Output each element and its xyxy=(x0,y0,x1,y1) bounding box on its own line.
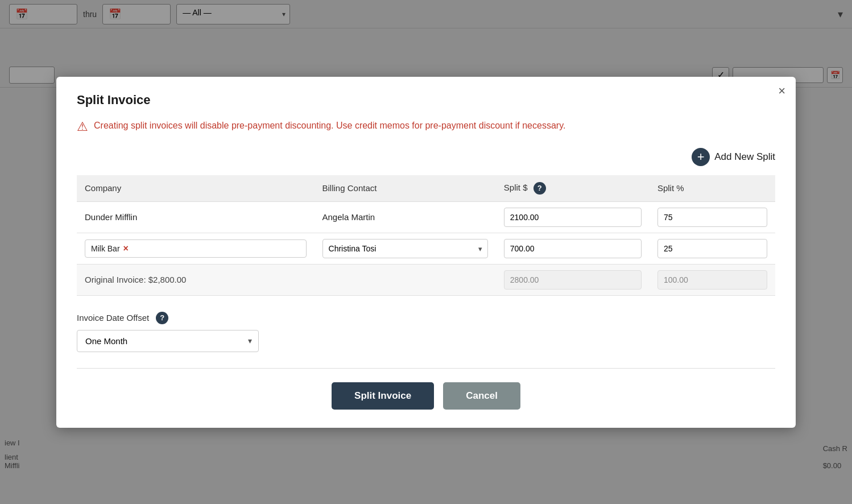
split-pct-cell-dunder xyxy=(650,201,775,233)
modal-close-button[interactable]: × xyxy=(778,85,785,97)
split-dollar-input-dunder[interactable] xyxy=(504,208,642,227)
total-label-cell: Original Invoice: $2,800.00 xyxy=(77,264,496,295)
date-offset-label-text: Invoice Date Offset xyxy=(77,313,149,323)
add-split-plus-icon: + xyxy=(692,148,710,166)
modal-overlay: × Split Invoice ⚠ Creating split invoice… xyxy=(0,0,852,504)
split-invoice-button[interactable]: Split Invoice xyxy=(332,382,434,410)
company-tag-remove-milkbar[interactable]: × xyxy=(123,243,129,254)
total-split-dollar-cell xyxy=(496,264,650,295)
warning-icon: ⚠ xyxy=(77,119,88,134)
company-cell-dunder: Dunder Mifflin xyxy=(77,201,315,233)
total-split-dollar-input xyxy=(504,270,642,290)
company-tag-text-milkbar: Milk Bar xyxy=(91,244,120,253)
split-pct-cell-milkbar xyxy=(650,233,775,264)
company-cell-milkbar: Milk Bar × xyxy=(77,233,315,264)
date-offset-select[interactable]: None One Week Two Weeks One Month Two Mo… xyxy=(77,330,259,352)
table-header: Company Billing Contact Split $ ? Split … xyxy=(77,175,775,202)
billing-cell-dunder: Angela Martin xyxy=(315,201,496,233)
total-split-pct-cell xyxy=(650,264,775,295)
col-header-company: Company xyxy=(77,175,315,202)
company-name-dunder: Dunder Mifflin xyxy=(85,212,137,222)
split-invoice-modal: × Split Invoice ⚠ Creating split invoice… xyxy=(56,77,796,428)
table-body: Dunder Mifflin Angela Martin xyxy=(77,201,775,295)
split-dollar-input-milkbar[interactable] xyxy=(504,239,642,258)
warning-text: Creating split invoices will disable pre… xyxy=(94,119,565,133)
split-table: Company Billing Contact Split $ ? Split … xyxy=(77,175,775,296)
split-dollar-help-icon[interactable]: ? xyxy=(533,182,546,195)
date-offset-section: Invoice Date Offset ? None One Week Two … xyxy=(77,312,775,352)
modal-divider xyxy=(77,368,775,369)
table-row: Dunder Mifflin Angela Martin xyxy=(77,201,775,233)
split-dollar-label: Split $ xyxy=(504,182,528,192)
billing-contact-dunder: Angela Martin xyxy=(322,212,375,222)
company-tag-milkbar: Milk Bar × xyxy=(85,239,307,258)
col-header-split-pct: Split % xyxy=(650,175,775,202)
date-offset-help-icon[interactable]: ? xyxy=(156,312,168,324)
split-dollar-cell-dunder xyxy=(496,201,650,233)
total-split-pct-input xyxy=(657,270,767,290)
warning-box: ⚠ Creating split invoices will disable p… xyxy=(77,119,775,134)
table-row: Milk Bar × Christina Tosi xyxy=(77,233,775,264)
cancel-button[interactable]: Cancel xyxy=(443,382,520,410)
col-header-split-dollar: Split $ ? xyxy=(496,175,650,202)
col-header-billing: Billing Contact xyxy=(315,175,496,202)
billing-select-wrapper-milkbar: Christina Tosi xyxy=(322,239,488,258)
billing-cell-milkbar: Christina Tosi xyxy=(315,233,496,264)
billing-contact-select-milkbar[interactable]: Christina Tosi xyxy=(322,239,488,258)
split-pct-input-milkbar[interactable] xyxy=(657,239,767,258)
table-row-total: Original Invoice: $2,800.00 xyxy=(77,264,775,295)
date-offset-label: Invoice Date Offset ? xyxy=(77,312,775,324)
modal-footer: Split Invoice Cancel xyxy=(77,382,775,410)
split-pct-input-dunder[interactable] xyxy=(657,208,767,227)
date-offset-select-wrapper: None One Week Two Weeks One Month Two Mo… xyxy=(77,330,259,352)
modal-title: Split Invoice xyxy=(77,93,775,108)
add-new-split-button[interactable]: + Add New Split xyxy=(692,148,775,166)
add-split-label: Add New Split xyxy=(714,151,775,163)
split-dollar-cell-milkbar xyxy=(496,233,650,264)
add-split-row: + Add New Split xyxy=(77,148,775,166)
total-label: Original Invoice: $2,800.00 xyxy=(85,275,186,284)
